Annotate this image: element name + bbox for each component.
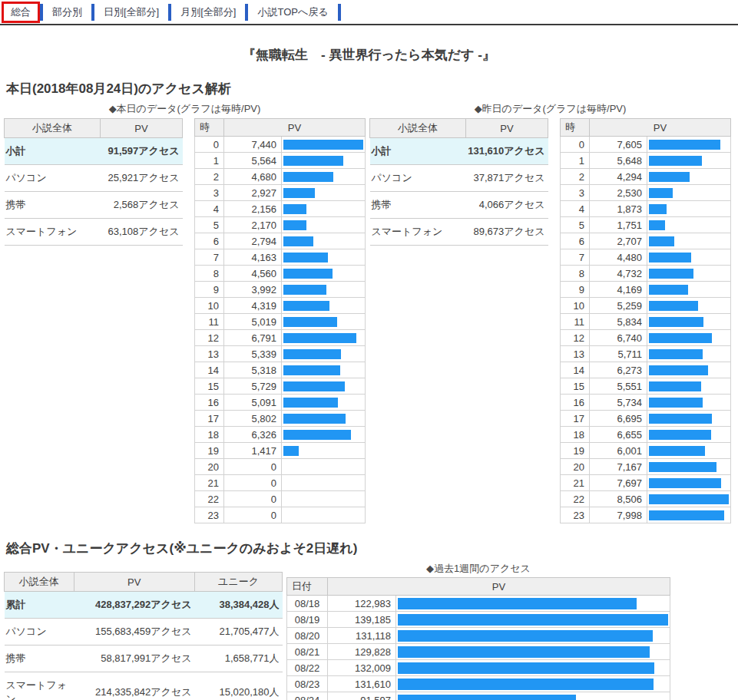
nav-tab-bubun-betsu[interactable]: 部分別 [43,3,91,21]
device-summary-row: パソコン37,871アクセス [370,165,548,192]
pv-bar [283,414,346,424]
hourly-row: 84,732 [561,266,731,282]
pv-value: 6,655 [590,427,647,443]
hourly-row: 186,655 [561,427,731,443]
hourly-row-key: 0 [561,137,590,153]
nav-tab-nichi-betsu[interactable]: 日別[全部分] [94,3,168,21]
pv-value: 1,751 [590,217,647,233]
access-value: 89,673アクセス [466,219,548,246]
nav-separator [338,4,341,21]
hourly-row-key: 8 [561,266,590,282]
column-header: PV [466,119,548,138]
pv-bar-cell [282,298,366,314]
pv-value: 1,873 [590,201,647,217]
weekly-row-key: 08/20 [287,628,328,644]
weekly-row-key: 08/19 [287,612,328,628]
weekly-caption: ◆過去1週間のアクセス [286,562,670,576]
weekly-row-key: 08/24 [287,692,328,700]
hourly-row: 165,091 [195,395,366,411]
hourly-row-key: 8 [195,266,224,282]
pv-value: 5,019 [224,314,282,330]
pv-bar-cell [396,676,670,692]
pv-bar [283,365,340,375]
nav-tab-sougou[interactable]: 総合 [2,2,40,23]
device-label: スマートフォン [5,672,74,700]
device-label: パソコン [370,165,466,192]
hourly-row-key: 6 [561,233,590,249]
pv-value: 7,605 [590,137,647,153]
pv-bar [649,253,691,262]
column-header: 小説全体 [5,573,74,592]
pv-bar [649,430,711,440]
hourly-row-key: 18 [195,427,224,443]
hourly-row-key: 6 [195,233,224,249]
hourly-row-key: 23 [561,507,590,523]
device-label: 小計 [5,138,101,165]
nav-tab-tsuki-betsu[interactable]: 月別[全部分] [171,3,245,21]
pv-value: 5,339 [224,346,282,362]
device-summary-row: 小計91,597アクセス [5,138,183,165]
pv-bar [649,494,729,504]
today-device-summary-table: 小説全体PV小計91,597アクセスパソコン25,921アクセス携帯2,568ア… [4,118,183,246]
pv-value: 0 [224,491,282,507]
pv-bar-cell [647,201,731,217]
pv-bar-cell [282,137,366,153]
hourly-row: 84,560 [195,266,366,282]
pv-bar [649,301,698,311]
column-header: PV [74,573,195,592]
hourly-row-key: 1 [195,153,224,169]
pv-bar-cell [396,628,670,644]
pv-bar [398,679,654,690]
hourly-row: 186,326 [195,427,366,443]
device-summary-row: パソコン25,921アクセス [5,165,183,192]
pv-bar-cell [282,346,366,362]
pv-value: 2,707 [590,233,647,249]
access-value: 4,066アクセス [466,192,548,219]
pv-bar-cell [647,298,731,314]
pv-value: 139,185 [328,612,396,628]
hourly-row: 230 [195,507,366,523]
hourly-row: 07,440 [195,137,366,153]
hourly-row-key: 17 [561,411,590,427]
hourly-row: 115,019 [195,314,366,330]
pv-value: 5,259 [590,298,647,314]
pv-bar-cell [647,475,731,491]
hourly-row: 52,170 [195,217,366,233]
hourly-row-key: 13 [195,346,224,362]
pv-value: 122,983 [328,596,396,612]
pv-bar [649,333,712,343]
pv-bar [283,301,329,311]
pv-bar [649,446,705,456]
pv-bar-cell [282,314,366,330]
device-label: パソコン [5,619,74,646]
pv-bar-cell [282,395,366,411]
hourly-row: 15,648 [561,153,731,169]
pv-bar-cell [282,169,366,185]
pv-value: 2,156 [224,201,282,217]
column-header: 日付 [287,578,328,596]
pv-bar [649,285,688,295]
pv-bar-cell [647,395,731,411]
access-value: 91,597アクセス [101,138,183,165]
pv-bar [283,188,315,198]
hourly-row-key: 5 [561,217,590,233]
device-summary-row: 携帯4,066アクセス [370,192,548,219]
pv-bar [398,695,576,700]
pv-value: 5,551 [590,378,647,395]
nav-tab-novel-top[interactable]: 小説TOPへ戻る [248,3,337,21]
device-summary-row: 携帯2,568アクセス [5,192,183,219]
weekly-access-table: 日付PV08/18122,98308/19139,18508/20131,118… [286,577,670,700]
pv-value: 91,597 [328,692,396,700]
weekly-row-header: 日付PV [287,578,670,596]
hourly-row-key: 9 [195,282,224,298]
pv-value: 6,791 [224,330,282,346]
access-value: 25,921アクセス [101,165,183,192]
pv-bar-cell [647,491,731,507]
pv-bar [649,172,690,182]
hourly-row: 115,834 [561,314,731,330]
hourly-row-key: 13 [561,346,590,362]
access-value: 38,384,428人 [195,592,283,619]
hourly-row-key: 9 [561,282,590,298]
pv-value: 2,530 [590,185,647,201]
weekly-row-key: 08/21 [287,644,328,660]
